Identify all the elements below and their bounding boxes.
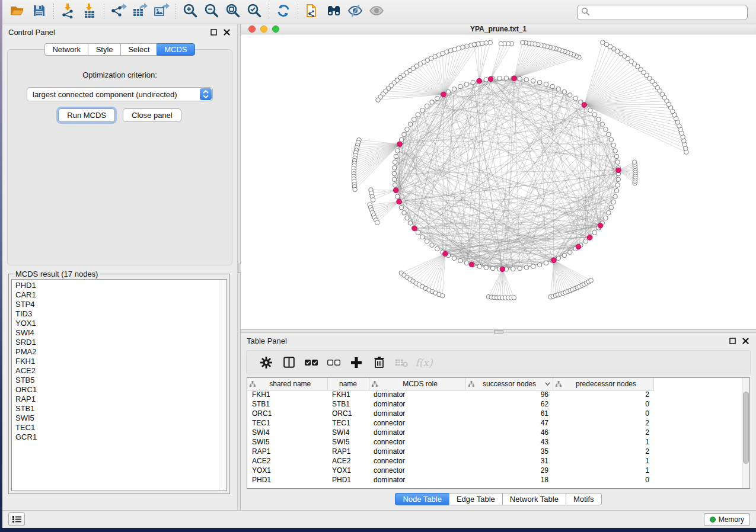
graph-node[interactable] bbox=[441, 92, 446, 97]
graph-node[interactable] bbox=[353, 187, 358, 192]
graph-node[interactable] bbox=[556, 87, 561, 92]
graph-node[interactable] bbox=[632, 160, 637, 165]
zoom-selected-button[interactable] bbox=[244, 2, 265, 21]
tab-select[interactable]: Select bbox=[120, 43, 157, 56]
table-scrollbar-thumb[interactable] bbox=[743, 392, 749, 464]
mcds-result-item[interactable]: TID3 bbox=[12, 309, 219, 319]
run-mcds-button[interactable]: Run MCDS bbox=[58, 108, 115, 122]
graph-node[interactable] bbox=[550, 84, 555, 89]
graph-node[interactable] bbox=[416, 230, 420, 235]
graph-node[interactable] bbox=[511, 267, 516, 271]
mcds-result-item[interactable]: STB1 bbox=[12, 404, 219, 414]
mcds-result-item[interactable]: SRD1 bbox=[12, 338, 219, 347]
splitter-handle[interactable] bbox=[494, 330, 503, 334]
graph-node[interactable] bbox=[551, 258, 557, 263]
graph-node[interactable] bbox=[420, 108, 425, 113]
mcds-result-item[interactable]: YOX1 bbox=[12, 319, 219, 328]
close-panel-icon[interactable] bbox=[741, 336, 750, 345]
graph-node[interactable] bbox=[499, 41, 503, 46]
graph-node[interactable] bbox=[395, 149, 400, 153]
mcds-result-item[interactable]: CAR1 bbox=[12, 290, 219, 300]
graph-node[interactable] bbox=[616, 177, 621, 182]
graph-node[interactable] bbox=[412, 117, 416, 122]
graph-node[interactable] bbox=[488, 76, 493, 82]
graph-node[interactable] bbox=[592, 230, 597, 235]
graph-node[interactable] bbox=[562, 253, 567, 258]
mcds-result-item[interactable]: GCR1 bbox=[12, 432, 219, 442]
export-table-button[interactable] bbox=[129, 2, 151, 21]
table-row[interactable]: YOX1YOX1connector291 bbox=[247, 466, 653, 475]
graph-node[interactable] bbox=[408, 122, 413, 127]
graph-node[interactable] bbox=[604, 127, 608, 132]
mcds-list-scrollbar[interactable] bbox=[219, 280, 227, 491]
graph-node[interactable] bbox=[500, 267, 505, 272]
import-table-button[interactable] bbox=[79, 2, 100, 21]
graph-node[interactable] bbox=[614, 154, 619, 159]
graph-node[interactable] bbox=[583, 239, 588, 243]
tab-network-table[interactable]: Network Table bbox=[502, 493, 566, 505]
graph-node[interactable] bbox=[430, 243, 435, 248]
table-row[interactable]: ACE2ACE2connector311 bbox=[247, 456, 653, 466]
search-field[interactable] bbox=[577, 5, 748, 20]
graph-node[interactable] bbox=[613, 149, 618, 153]
graph-node[interactable] bbox=[544, 261, 548, 265]
graph-node[interactable] bbox=[395, 194, 400, 199]
graph-node[interactable] bbox=[464, 261, 469, 265]
graph-node[interactable] bbox=[393, 160, 397, 165]
graph-node[interactable] bbox=[392, 177, 397, 182]
table-scrollbar[interactable] bbox=[742, 378, 749, 488]
graph-node[interactable] bbox=[416, 113, 420, 117]
graph-node[interactable] bbox=[435, 246, 439, 251]
mcds-result-item[interactable]: ORC1 bbox=[12, 385, 219, 395]
graph-node[interactable] bbox=[613, 194, 618, 199]
clone-network-button[interactable] bbox=[302, 2, 323, 21]
table-row[interactable]: TEC1TEC1connector472 bbox=[247, 418, 653, 428]
close-panel-button[interactable]: Close panel bbox=[123, 108, 181, 122]
select-all-rows-button[interactable] bbox=[300, 354, 323, 371]
graph-node[interactable] bbox=[616, 168, 621, 173]
graph-node[interactable] bbox=[371, 198, 375, 203]
graph-node[interactable] bbox=[477, 264, 482, 269]
graph-node[interactable] bbox=[458, 84, 463, 89]
graph-node[interactable] bbox=[461, 45, 465, 50]
graph-node[interactable] bbox=[518, 266, 522, 271]
graph-node[interactable] bbox=[435, 96, 439, 101]
column-header-predecessor-nodes[interactable]: predecessor nodes bbox=[553, 378, 653, 390]
graph-node[interactable] bbox=[589, 278, 594, 283]
graph-node[interactable] bbox=[537, 262, 542, 267]
tab-edge-table[interactable]: Edge Table bbox=[449, 493, 502, 505]
show-tasks-button[interactable] bbox=[8, 512, 25, 526]
graph-node[interactable] bbox=[607, 210, 611, 215]
graph-node[interactable] bbox=[614, 188, 619, 193]
float-panel-icon[interactable] bbox=[728, 336, 737, 345]
graph-node[interactable] bbox=[615, 183, 620, 188]
graph-node[interactable] bbox=[393, 188, 398, 193]
graph-node[interactable] bbox=[446, 89, 451, 94]
mcds-result-item[interactable]: STB5 bbox=[12, 376, 219, 385]
column-header-shared-name[interactable]: shared name bbox=[247, 378, 327, 390]
graph-node[interactable] bbox=[425, 104, 429, 108]
mcds-result-item[interactable]: ACE2 bbox=[12, 366, 219, 376]
network-frame-titlebar[interactable]: YPA_prune.txt_1 bbox=[241, 24, 756, 34]
column-header-mcds-role[interactable]: MCDS role bbox=[369, 378, 465, 390]
graph-node[interactable] bbox=[568, 250, 573, 255]
graph-node[interactable] bbox=[484, 265, 489, 270]
mcds-result-item[interactable]: SWI5 bbox=[12, 414, 219, 423]
tab-mcds[interactable]: MCDS bbox=[157, 43, 194, 56]
graph-node[interactable] bbox=[376, 98, 381, 102]
graph-node[interactable] bbox=[604, 216, 608, 220]
zoom-out-button[interactable] bbox=[201, 2, 222, 21]
graph-node[interactable] bbox=[412, 226, 417, 231]
graph-node[interactable] bbox=[582, 102, 587, 108]
graph-node[interactable] bbox=[471, 80, 476, 85]
graph-node[interactable] bbox=[399, 205, 404, 210]
table-row[interactable]: SWI4SWI4dominator462 bbox=[247, 428, 653, 437]
show-columns-button[interactable] bbox=[277, 354, 300, 371]
graph-node[interactable] bbox=[402, 132, 407, 137]
float-panel-icon[interactable] bbox=[209, 28, 218, 36]
graph-node[interactable] bbox=[490, 266, 495, 271]
graph-node[interactable] bbox=[393, 183, 397, 188]
graph-node[interactable] bbox=[440, 294, 445, 299]
graph-node[interactable] bbox=[600, 122, 605, 127]
export-image-button[interactable] bbox=[151, 2, 172, 21]
